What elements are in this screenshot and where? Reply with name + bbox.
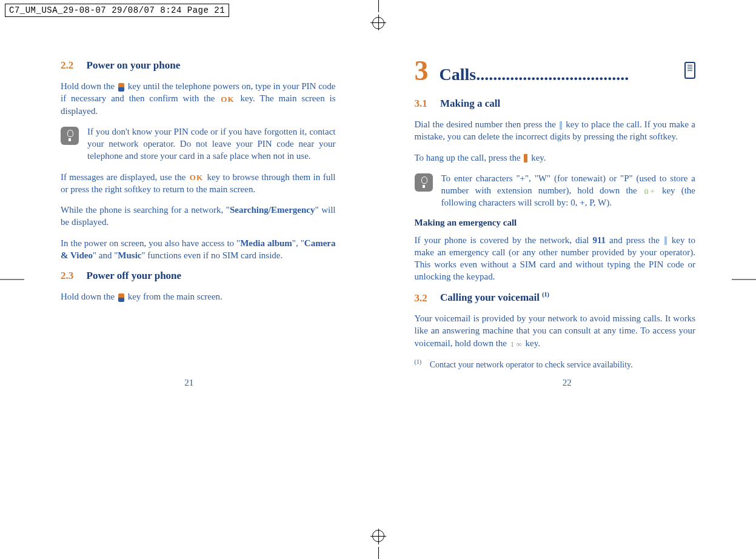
subheading-emergency: Making an emergency call <box>415 218 696 228</box>
para-voicemail: Your voicemail is provided by your netwo… <box>415 312 696 349</box>
power-key-icon <box>118 293 124 302</box>
ok-key-icon: OK <box>221 94 234 105</box>
page-number-left: 21 <box>184 378 193 388</box>
para-emergency: If your phone is covered by the network,… <box>415 234 696 283</box>
heading-3-1: 3.1 Making a call <box>415 98 696 110</box>
lightbulb-icon <box>415 173 433 192</box>
chapter-number: 3 <box>415 55 429 87</box>
para-searching: While the phone is searching for a netwo… <box>61 204 336 229</box>
para-power-on: Hold down the key until the telephone po… <box>61 80 336 117</box>
page-right: 3 Calls.................................… <box>378 49 757 382</box>
call-key-icon <box>560 121 562 130</box>
print-slug: C7_UM_USA_29-08-07 29/08/07 8:24 Page 21 <box>5 4 229 17</box>
tip-tonewait: To enter characters "+", "W" (for tonewa… <box>415 172 696 209</box>
call-key-icon <box>664 236 667 245</box>
section-number: 2.3 <box>61 270 73 281</box>
heading-3-2: 3.2 Calling your voicemail (1) <box>415 292 696 304</box>
footnote-marker: (1) <box>415 358 422 365</box>
section-title: Power off your phone <box>87 270 182 281</box>
tip-text: To enter characters "+", "W" (for tonewa… <box>441 172 696 209</box>
section-title: Making a call <box>440 98 500 109</box>
page-left: 2.2 Power on your phone Hold down the ke… <box>0 49 378 382</box>
footnote-text: Contact your network operator to check s… <box>430 360 633 369</box>
footnote: (1) Contact your network operator to che… <box>415 358 696 370</box>
page-number-right: 22 <box>563 378 572 388</box>
chapter-heading: 3 Calls.................................… <box>415 55 696 87</box>
end-key-icon <box>524 154 527 162</box>
heading-2-2: 2.2 Power on your phone <box>61 59 336 72</box>
para-no-sim: In the power on screen, you also have ac… <box>61 237 336 262</box>
power-key-icon <box>118 83 124 92</box>
section-number: 3.2 <box>415 292 427 303</box>
phone-icon <box>684 62 695 79</box>
section-number: 2.2 <box>61 59 73 71</box>
para-messages: If messages are displayed, use the OK ke… <box>61 171 336 196</box>
tip-pin-code: If you don't know your PIN code or if yo… <box>61 126 336 162</box>
crop-mark-bottom <box>369 529 387 559</box>
para-power-off: Hold down the key from the main screen. <box>61 290 336 303</box>
para-dial: Dial the desired number then press the k… <box>415 118 696 143</box>
ok-key-icon: OK <box>190 172 203 183</box>
para-hangup: To hang up the call, press the key. <box>415 152 696 164</box>
crop-mark-top <box>369 0 387 30</box>
tip-text: If you don't know your PIN code or if yo… <box>87 126 336 162</box>
section-number: 3.1 <box>415 98 427 109</box>
chapter-title: Calls...................................… <box>440 65 696 84</box>
heading-2-3: 2.3 Power off your phone <box>61 270 336 282</box>
page-spread: 2.2 Power on your phone Hold down the ke… <box>0 49 756 382</box>
section-title: Power on your phone <box>87 59 181 71</box>
lightbulb-icon <box>61 127 79 145</box>
zero-key-icon: 0 + <box>644 186 655 197</box>
one-key-icon: 1 ∞ <box>510 339 522 350</box>
section-title: Calling your voicemail (1) <box>440 292 549 303</box>
